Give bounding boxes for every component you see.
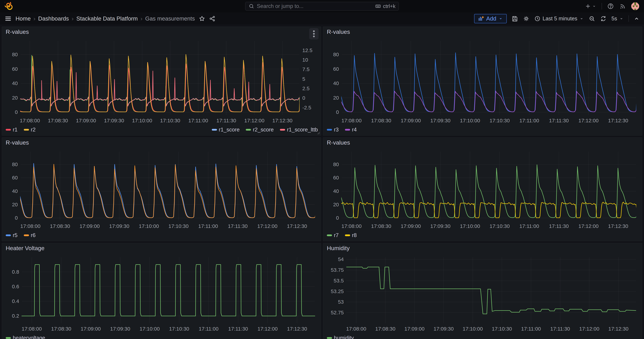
- svg-text:17:12:00: 17:12:00: [258, 326, 278, 332]
- refresh-button[interactable]: [600, 15, 606, 22]
- chevron-right-icon: ›: [71, 15, 74, 22]
- legend-swatch: [246, 129, 251, 130]
- panel-title[interactable]: Heater Voltage: [6, 245, 44, 252]
- panel-title[interactable]: R-values: [6, 139, 29, 146]
- legend-item[interactable]: r6: [24, 232, 36, 238]
- legend-item[interactable]: r5: [6, 232, 18, 238]
- legend-swatch: [6, 337, 11, 339]
- svg-text:17:09:30: 17:09:30: [109, 223, 129, 229]
- hamburger-icon: [4, 15, 12, 22]
- dashboard-settings-button[interactable]: [523, 15, 530, 22]
- svg-text:20: 20: [333, 95, 339, 100]
- chevron-down-icon: [592, 4, 596, 8]
- menu-toggle-button[interactable]: [4, 15, 12, 22]
- panel-r-values-3: R-values 02040608017:08:0017:08:3017:09:…: [2, 137, 321, 241]
- svg-text:0: 0: [302, 95, 305, 101]
- svg-text:17:09:00: 17:09:00: [80, 223, 100, 229]
- svg-text:0: 0: [15, 215, 18, 221]
- search-input[interactable]: [257, 3, 372, 9]
- legend-item[interactable]: heatervoltage: [6, 335, 45, 339]
- search-icon: [248, 3, 254, 9]
- collapse-toolbar-button[interactable]: [634, 16, 640, 22]
- svg-text:17:09:30: 17:09:30: [434, 326, 454, 332]
- svg-text:17:09:30: 17:09:30: [104, 118, 124, 123]
- legend-item[interactable]: r2: [24, 127, 36, 133]
- time-range-picker[interactable]: Last 5 minutes: [534, 16, 584, 22]
- svg-text:17:08:30: 17:08:30: [371, 118, 391, 123]
- resize-handle[interactable]: [317, 131, 320, 134]
- svg-text:17:10:00: 17:10:00: [132, 118, 152, 123]
- help-button[interactable]: [607, 3, 614, 10]
- timeseries-chart[interactable]: 020406080-2.502.557.51012.517:08:0017:08…: [3, 37, 320, 124]
- svg-text:17:12:00: 17:12:00: [579, 326, 599, 332]
- search-shortcut: ctrl+k: [375, 3, 396, 9]
- svg-text:17:11:00: 17:11:00: [199, 326, 218, 332]
- legend-swatch: [280, 129, 285, 130]
- save-dashboard-button[interactable]: [512, 15, 518, 22]
- svg-text:17:09:00: 17:09:00: [404, 326, 424, 332]
- zoom-out-icon: [589, 15, 595, 22]
- svg-text:80: 80: [12, 52, 18, 57]
- legend-item[interactable]: r1: [6, 127, 18, 133]
- timeseries-chart[interactable]: 02040608017:08:0017:08:3017:09:0017:09:3…: [3, 148, 320, 230]
- panel-title[interactable]: Humidity: [327, 245, 350, 252]
- legend-item[interactable]: r4: [345, 127, 357, 133]
- panel-title[interactable]: R-values: [6, 28, 29, 35]
- add-button[interactable]: Add: [474, 14, 507, 23]
- svg-text:53.25: 53.25: [331, 288, 344, 294]
- breadcrumb-home[interactable]: Home: [16, 15, 31, 22]
- svg-text:17:10:00: 17:10:00: [460, 118, 480, 123]
- breadcrumb-folder[interactable]: Stackable Data Platform: [76, 15, 138, 22]
- svg-text:17:10:30: 17:10:30: [168, 223, 189, 229]
- panel-legend: r1r2 r1_scorer2_scorer1_score_lttb: [6, 125, 318, 134]
- svg-text:5: 5: [302, 76, 305, 82]
- breadcrumb: Home › Dashboards › Stackable Data Platf…: [16, 15, 195, 22]
- svg-text:17:12:00: 17:12:00: [257, 223, 278, 229]
- legend-item[interactable]: r1_score: [212, 127, 240, 133]
- timeseries-chart[interactable]: 02040608017:08:0017:08:3017:09:0017:09:3…: [324, 37, 641, 124]
- svg-text:17:10:00: 17:10:00: [460, 223, 480, 229]
- favorite-button[interactable]: [199, 15, 205, 22]
- svg-text:10: 10: [302, 57, 308, 62]
- search-bar[interactable]: ctrl+k: [245, 2, 399, 10]
- legend-label: heatervoltage: [13, 335, 45, 339]
- share-icon: [209, 15, 216, 22]
- svg-text:0.2: 0.2: [12, 313, 19, 319]
- svg-text:17:11:00: 17:11:00: [198, 223, 218, 229]
- panel-title[interactable]: R-values: [327, 28, 350, 35]
- legend-label: humidity: [334, 335, 354, 339]
- timeseries-chart[interactable]: 0.20.40.60.817:08:0017:08:3017:09:0017:0…: [3, 253, 320, 332]
- refresh-interval-picker[interactable]: 5s: [612, 16, 624, 22]
- legend-item[interactable]: r3: [327, 127, 339, 133]
- legend-swatch: [345, 129, 350, 130]
- legend-item[interactable]: r7: [327, 232, 339, 238]
- timeseries-chart[interactable]: 02040608017:08:0017:08:3017:09:0017:09:3…: [324, 148, 641, 230]
- grafana-logo-icon[interactable]: [5, 2, 13, 10]
- svg-text:-2.5: -2.5: [302, 105, 311, 110]
- news-button[interactable]: [619, 3, 626, 10]
- legend-swatch: [327, 129, 332, 130]
- legend-label: r4: [352, 127, 357, 133]
- zoom-out-button[interactable]: [589, 15, 595, 22]
- timeseries-chart[interactable]: 52.755353.2553.553.755417:08:0017:08:301…: [324, 253, 641, 332]
- legend-item[interactable]: r8: [345, 232, 357, 238]
- new-button[interactable]: [585, 3, 596, 10]
- avatar[interactable]: [631, 2, 639, 10]
- share-button[interactable]: [209, 15, 216, 22]
- legend-item[interactable]: r1_score_lttb: [280, 127, 318, 133]
- svg-text:17:10:00: 17:10:00: [463, 326, 483, 332]
- panel-title[interactable]: R-values: [327, 139, 350, 146]
- breadcrumb-dashboards[interactable]: Dashboards: [38, 15, 69, 22]
- top-nav-bar: ctrl+k: [0, 0, 644, 12]
- svg-text:0.8: 0.8: [12, 269, 19, 275]
- dashboard-toolbar: Home › Dashboards › Stackable Data Platf…: [0, 12, 644, 25]
- legend-swatch: [24, 129, 29, 130]
- svg-text:17:09:00: 17:09:00: [401, 223, 421, 229]
- legend-item[interactable]: humidity: [327, 335, 354, 339]
- svg-text:20: 20: [12, 202, 18, 207]
- svg-text:20: 20: [12, 95, 18, 100]
- legend-item[interactable]: r2_score: [246, 127, 274, 133]
- panel-heater-voltage: Heater Voltage 0.20.40.60.817:08:0017:08…: [2, 243, 321, 339]
- svg-text:40: 40: [333, 188, 339, 194]
- panel-r-values-1: R-values 020406080-2.502.557.51012.517:0…: [2, 26, 321, 136]
